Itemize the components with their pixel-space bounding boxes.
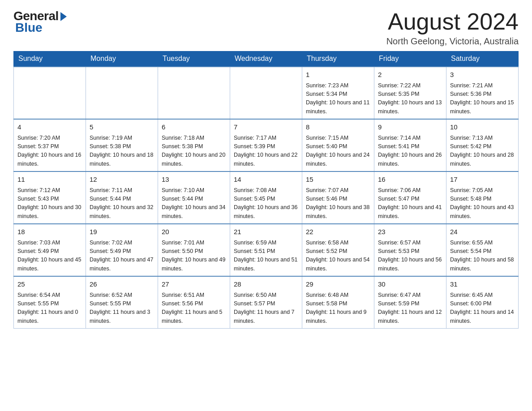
day-info: Sunrise: 7:06 AMSunset: 5:47 PMDaylight:… (378, 186, 442, 221)
day-number: 17 (450, 175, 515, 185)
calendar-cell: 3Sunrise: 7:21 AMSunset: 5:36 PMDaylight… (446, 67, 519, 119)
month-title: August 2024 (386, 9, 519, 34)
day-info: Sunrise: 7:01 AMSunset: 5:50 PMDaylight:… (162, 239, 226, 274)
day-info: Sunrise: 7:07 AMSunset: 5:46 PMDaylight:… (306, 186, 370, 221)
calendar-cell: 1Sunrise: 7:23 AMSunset: 5:34 PMDaylight… (302, 67, 374, 119)
calendar-week-3: 11Sunrise: 7:12 AMSunset: 5:43 PMDayligh… (14, 171, 519, 224)
calendar-header-wednesday: Wednesday (230, 51, 302, 67)
location-subtitle: North Geelong, Victoria, Australia (386, 36, 519, 47)
day-info: Sunrise: 6:47 AMSunset: 5:59 PMDaylight:… (378, 291, 442, 326)
day-info: Sunrise: 6:55 AMSunset: 5:54 PMDaylight:… (450, 239, 515, 274)
day-info: Sunrise: 7:05 AMSunset: 5:48 PMDaylight:… (450, 186, 515, 221)
calendar-week-5: 25Sunrise: 6:54 AMSunset: 5:55 PMDayligh… (14, 276, 519, 329)
day-number: 15 (306, 175, 370, 185)
calendar-cell: 14Sunrise: 7:08 AMSunset: 5:45 PMDayligh… (230, 171, 302, 224)
calendar-cell: 21Sunrise: 6:59 AMSunset: 5:51 PMDayligh… (230, 224, 302, 276)
day-number: 27 (162, 279, 226, 290)
day-info: Sunrise: 7:23 AMSunset: 5:34 PMDaylight:… (306, 81, 370, 116)
day-number: 3 (450, 70, 515, 80)
calendar-cell: 7Sunrise: 7:17 AMSunset: 5:39 PMDaylight… (230, 119, 302, 171)
day-number: 14 (234, 175, 298, 185)
day-info: Sunrise: 6:51 AMSunset: 5:56 PMDaylight:… (162, 291, 226, 326)
day-number: 18 (17, 227, 82, 237)
day-info: Sunrise: 7:13 AMSunset: 5:42 PMDaylight:… (450, 134, 515, 169)
day-number: 16 (378, 175, 442, 185)
calendar-cell: 29Sunrise: 6:48 AMSunset: 5:58 PMDayligh… (302, 276, 374, 329)
day-info: Sunrise: 7:19 AMSunset: 5:38 PMDaylight:… (90, 134, 154, 169)
calendar-cell: 24Sunrise: 6:55 AMSunset: 5:54 PMDayligh… (446, 224, 519, 276)
calendar-cell: 27Sunrise: 6:51 AMSunset: 5:56 PMDayligh… (158, 276, 230, 329)
day-info: Sunrise: 7:12 AMSunset: 5:43 PMDaylight:… (17, 186, 82, 221)
day-info: Sunrise: 7:03 AMSunset: 5:49 PMDaylight:… (17, 239, 82, 274)
calendar-cell: 17Sunrise: 7:05 AMSunset: 5:48 PMDayligh… (446, 171, 519, 224)
calendar-cell: 31Sunrise: 6:45 AMSunset: 6:00 PMDayligh… (446, 276, 519, 329)
day-number: 22 (306, 227, 370, 237)
day-number: 13 (162, 175, 226, 185)
day-info: Sunrise: 7:08 AMSunset: 5:45 PMDaylight:… (234, 186, 298, 221)
calendar-cell: 8Sunrise: 7:15 AMSunset: 5:40 PMDaylight… (302, 119, 374, 171)
calendar-cell: 5Sunrise: 7:19 AMSunset: 5:38 PMDaylight… (86, 119, 158, 171)
calendar-cell: 25Sunrise: 6:54 AMSunset: 5:55 PMDayligh… (14, 276, 86, 329)
day-number: 21 (234, 227, 298, 237)
day-number: 20 (162, 227, 226, 237)
day-number: 2 (378, 70, 442, 80)
day-number: 10 (450, 122, 515, 133)
day-number: 23 (378, 227, 442, 237)
calendar-cell: 20Sunrise: 7:01 AMSunset: 5:50 PMDayligh… (158, 224, 230, 276)
day-info: Sunrise: 7:02 AMSunset: 5:49 PMDaylight:… (90, 239, 154, 274)
day-number: 9 (378, 122, 442, 133)
day-number: 28 (234, 279, 298, 290)
calendar-cell: 18Sunrise: 7:03 AMSunset: 5:49 PMDayligh… (14, 224, 86, 276)
logo-blue-text: Blue (15, 21, 43, 35)
day-info: Sunrise: 7:17 AMSunset: 5:39 PMDaylight:… (234, 134, 298, 169)
day-number: 8 (306, 122, 370, 133)
calendar-cell: 2Sunrise: 7:22 AMSunset: 5:35 PMDaylight… (374, 67, 446, 119)
calendar-cell: 4Sunrise: 7:20 AMSunset: 5:37 PMDaylight… (14, 119, 86, 171)
day-number: 29 (306, 279, 370, 290)
day-info: Sunrise: 6:59 AMSunset: 5:51 PMDaylight:… (234, 239, 298, 274)
day-info: Sunrise: 7:21 AMSunset: 5:36 PMDaylight:… (450, 81, 515, 116)
calendar-cell: 9Sunrise: 7:14 AMSunset: 5:41 PMDaylight… (374, 119, 446, 171)
logo-arrow-icon (60, 12, 67, 21)
calendar-cell: 22Sunrise: 6:58 AMSunset: 5:52 PMDayligh… (302, 224, 374, 276)
day-number: 30 (378, 279, 442, 290)
calendar-cell (158, 67, 230, 119)
calendar-week-2: 4Sunrise: 7:20 AMSunset: 5:37 PMDaylight… (14, 119, 519, 171)
day-number: 1 (306, 70, 370, 80)
day-info: Sunrise: 7:22 AMSunset: 5:35 PMDaylight:… (378, 81, 442, 116)
day-number: 31 (450, 279, 515, 290)
calendar-cell: 13Sunrise: 7:10 AMSunset: 5:44 PMDayligh… (158, 171, 230, 224)
day-info: Sunrise: 7:18 AMSunset: 5:38 PMDaylight:… (162, 134, 226, 169)
calendar-header-friday: Friday (374, 51, 446, 67)
day-number: 6 (162, 122, 226, 133)
day-number: 7 (234, 122, 298, 133)
day-info: Sunrise: 6:57 AMSunset: 5:53 PMDaylight:… (378, 239, 442, 274)
calendar-header-monday: Monday (86, 51, 158, 67)
day-number: 25 (17, 279, 82, 290)
calendar-cell: 15Sunrise: 7:07 AMSunset: 5:46 PMDayligh… (302, 171, 374, 224)
calendar-cell (14, 67, 86, 119)
calendar-cell: 16Sunrise: 7:06 AMSunset: 5:47 PMDayligh… (374, 171, 446, 224)
day-number: 5 (90, 122, 154, 133)
calendar-header-thursday: Thursday (302, 51, 374, 67)
day-info: Sunrise: 7:11 AMSunset: 5:44 PMDaylight:… (90, 186, 154, 221)
calendar-cell: 6Sunrise: 7:18 AMSunset: 5:38 PMDaylight… (158, 119, 230, 171)
calendar-header-row: SundayMondayTuesdayWednesdayThursdayFrid… (14, 51, 519, 67)
day-number: 11 (17, 175, 82, 185)
day-info: Sunrise: 6:45 AMSunset: 6:00 PMDaylight:… (450, 291, 515, 326)
day-info: Sunrise: 7:10 AMSunset: 5:44 PMDaylight:… (162, 186, 226, 221)
day-info: Sunrise: 6:48 AMSunset: 5:58 PMDaylight:… (306, 291, 370, 326)
day-number: 26 (90, 279, 154, 290)
calendar-cell: 19Sunrise: 7:02 AMSunset: 5:49 PMDayligh… (86, 224, 158, 276)
day-number: 19 (90, 227, 154, 237)
day-info: Sunrise: 7:20 AMSunset: 5:37 PMDaylight:… (17, 134, 82, 169)
calendar-cell: 26Sunrise: 6:52 AMSunset: 5:55 PMDayligh… (86, 276, 158, 329)
day-info: Sunrise: 6:54 AMSunset: 5:55 PMDaylight:… (17, 291, 82, 326)
day-info: Sunrise: 6:50 AMSunset: 5:57 PMDaylight:… (234, 291, 298, 326)
title-block: August 2024 North Geelong, Victoria, Aus… (386, 9, 519, 47)
calendar-cell (230, 67, 302, 119)
calendar-cell (86, 67, 158, 119)
calendar-cell: 23Sunrise: 6:57 AMSunset: 5:53 PMDayligh… (374, 224, 446, 276)
calendar-header-tuesday: Tuesday (158, 51, 230, 67)
day-info: Sunrise: 7:14 AMSunset: 5:41 PMDaylight:… (378, 134, 442, 169)
